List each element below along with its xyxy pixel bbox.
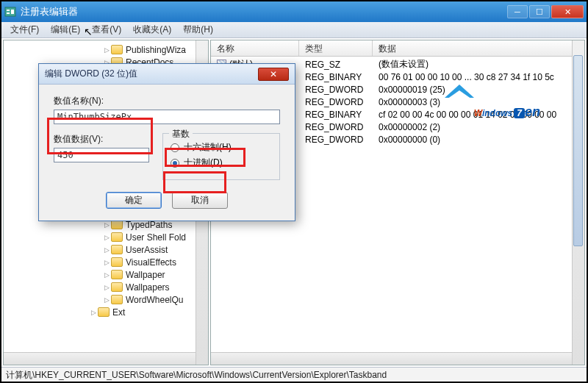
cell-data: (数值未设置) [373, 58, 584, 71]
tree-item[interactable]: ▷PublishingWiza [7, 43, 208, 56]
edit-dword-dialog: 编辑 DWORD (32 位)值 ✕ 数值名称(N): 数值数据(V): 基数 … [38, 63, 295, 221]
cell-type: REG_DWORD [299, 122, 373, 132]
status-bar: 计算机\HKEY_CURRENT_USER\Software\Microsoft… [1, 367, 587, 382]
dialog-title: 编辑 DWORD (32 位)值 [45, 68, 258, 80]
tree-item-label: User Shell Fold [126, 232, 186, 243]
tree-item-label: VisualEffects [126, 257, 176, 268]
radio-icon [171, 143, 179, 152]
tree-item[interactable]: ▷Ext [7, 306, 208, 318]
maximize-button[interactable]: ☐ [529, 5, 550, 18]
tree-item-label: Ext [112, 307, 125, 318]
svg-rect-3 [11, 10, 14, 14]
svg-rect-1 [7, 10, 10, 11]
tree-item[interactable]: ▷UserAssist [7, 243, 208, 256]
cell-type: REG_DWORD [299, 135, 373, 145]
value-data-label: 数值数据(V): [54, 133, 149, 146]
ok-button[interactable]: 确定 [106, 192, 162, 209]
folder-icon [111, 282, 123, 292]
window-buttons: ─ ☐ ✕ [507, 5, 584, 18]
tree-item[interactable]: ▷WordWheelQu [7, 293, 208, 306]
folder-icon [98, 307, 110, 317]
cell-data: 0x00000019 (25) [373, 85, 584, 95]
col-header-name[interactable]: 名称 [211, 40, 299, 56]
cell-type: REG_DWORD [299, 85, 373, 95]
tree-item[interactable]: ▷Wallpaper [7, 268, 208, 281]
cell-type: REG_SZ [299, 60, 373, 70]
dialog-titlebar[interactable]: 编辑 DWORD (32 位)值 ✕ [39, 64, 295, 85]
regedit-icon [4, 6, 16, 18]
folder-icon [111, 45, 123, 54]
value-name-input[interactable] [54, 110, 280, 124]
expand-arrow-icon[interactable]: ▷ [89, 309, 98, 316]
col-header-type[interactable]: 类型 [299, 40, 373, 56]
list-vscrollbar[interactable] [572, 40, 584, 365]
tree-item[interactable]: ▷Wallpapers [7, 281, 208, 293]
cell-type: REG_DWORD [299, 97, 373, 107]
menu-edit[interactable]: 编辑(E) [45, 22, 86, 37]
folder-icon [111, 295, 123, 304]
cell-data: 0x00000003 (3) [373, 97, 584, 107]
radix-dec-option[interactable]: 十进制(D) [171, 157, 272, 169]
expand-arrow-icon[interactable]: ▷ [102, 46, 111, 54]
expand-arrow-icon[interactable]: ▷ [102, 221, 111, 229]
expand-arrow-icon[interactable]: ▷ [102, 259, 111, 266]
col-header-data[interactable]: 数据 [373, 40, 584, 56]
tree-hscrollbar[interactable] [4, 352, 196, 365]
folder-icon [111, 232, 123, 242]
dialog-close-button[interactable]: ✕ [258, 68, 289, 81]
tree-item-label: Wallpapers [126, 282, 170, 293]
tree-item-label: Wallpaper [126, 270, 165, 280]
cell-data: 00 76 01 00 00 10 00 ... 30 c8 27 34 1f … [373, 72, 584, 82]
window-titlebar: 注册表编辑器 ─ ☐ ✕ [1, 1, 587, 22]
menu-favorites[interactable]: 收藏夹(A) [127, 22, 177, 37]
cell-type: REG_BINARY [299, 72, 373, 82]
radix-legend: 基数 [169, 128, 193, 140]
radix-hex-option[interactable]: 十六进制(H) [171, 141, 272, 154]
cell-data: 0x00000000 (0) [373, 135, 584, 145]
tree-item-label: WordWheelQu [126, 295, 183, 305]
list-header: 名称 类型 数据 [211, 40, 584, 57]
minimize-button[interactable]: ─ [507, 5, 528, 18]
svg-rect-2 [7, 12, 10, 14]
list-hscrollbar[interactable] [211, 352, 572, 365]
folder-icon [111, 257, 123, 267]
folder-icon [111, 245, 123, 254]
tree-item[interactable]: ▷User Shell Fold [7, 231, 208, 243]
cell-data: 0x00000002 (2) [373, 122, 584, 132]
close-button[interactable]: ✕ [551, 5, 584, 18]
expand-arrow-icon[interactable]: ▷ [102, 234, 111, 241]
radio-icon [171, 159, 179, 168]
cancel-button[interactable]: 取消 [172, 192, 228, 209]
expand-arrow-icon[interactable]: ▷ [102, 271, 111, 279]
radix-groupbox: 基数 十六进制(H) 十进制(D) [162, 133, 280, 180]
expand-arrow-icon[interactable]: ▷ [102, 284, 111, 291]
expand-arrow-icon[interactable]: ▷ [102, 246, 111, 254]
cell-data: cf 02 00 00 4c 00 00 00 01 14 02 00 00 0… [373, 110, 584, 120]
menu-help[interactable]: 帮助(H) [177, 22, 219, 37]
value-name-label: 数值名称(N): [54, 95, 280, 107]
radix-dec-label: 十进制(D) [184, 157, 223, 169]
menu-bar: 文件(F) 编辑(E) 查看(V) 收藏夹(A) 帮助(H) ↖ [1, 22, 587, 38]
radix-hex-label: 十六进制(H) [184, 141, 232, 154]
tree-item-label: UserAssist [126, 245, 168, 255]
tree-item[interactable]: ▷VisualEffects [7, 256, 208, 268]
menu-view[interactable]: 查看(V) [86, 22, 127, 37]
window-title: 注册表编辑器 [21, 5, 507, 18]
tree-item-label: PublishingWiza [126, 45, 186, 55]
expand-arrow-icon[interactable]: ▷ [102, 296, 111, 304]
menu-file[interactable]: 文件(F) [4, 22, 45, 37]
value-data-input[interactable] [54, 148, 149, 162]
cell-type: REG_BINARY [299, 110, 373, 120]
folder-icon [111, 270, 123, 279]
